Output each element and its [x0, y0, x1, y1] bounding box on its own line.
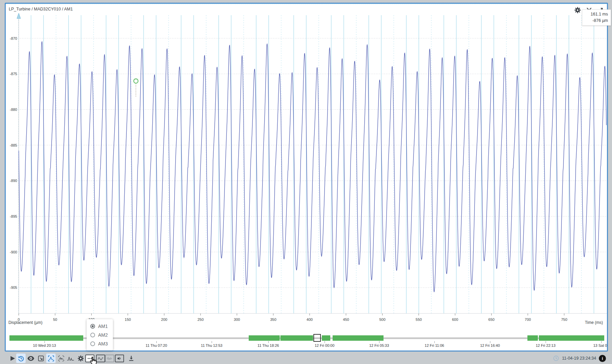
- application-screen: -870-875-880-885-890-895-900-90505010015…: [0, 0, 612, 364]
- x-tick-label: 150: [125, 317, 131, 322]
- gear-icon: [76, 354, 85, 363]
- x-tick-label: 700: [525, 317, 531, 322]
- channel-option-am2[interactable]: AM2: [90, 331, 113, 339]
- x-tick-label: 50: [53, 317, 57, 322]
- eye-icon: [26, 354, 35, 363]
- x-tick-label: 300: [234, 317, 240, 322]
- y-tick-label: -885: [10, 143, 17, 147]
- x-tick-label: 400: [307, 317, 313, 322]
- fit-view-button[interactable]: [36, 354, 45, 363]
- visibility-button[interactable]: [26, 354, 35, 363]
- fit-screen-icon: [36, 354, 45, 363]
- cursor-readout-tooltip: 161.1 ms -876 µm: [582, 9, 611, 26]
- waveform-span-button[interactable]: [56, 354, 66, 363]
- x-tick-label: 250: [197, 317, 204, 322]
- cursor-displacement-value: -876 µm: [585, 18, 608, 24]
- waveform-plot-window: -870-875-880-885-890-895-900-90505010015…: [5, 3, 608, 352]
- y-axis-arrow: [17, 13, 21, 19]
- cursor-time-value: 161.1 ms: [585, 11, 608, 18]
- x-tick-label: 500: [379, 317, 385, 322]
- status-bar: 11-04-19 23:24:34 i: [553, 353, 606, 363]
- y-tick-label: -875: [10, 72, 17, 76]
- download-button[interactable]: [126, 354, 136, 363]
- x-tick-label: 600: [452, 317, 458, 322]
- y-tick-label: -905: [10, 285, 17, 290]
- settings-button[interactable]: [76, 354, 85, 363]
- channel-option-label: AM1: [98, 324, 108, 329]
- y-tick-label: -900: [10, 250, 17, 254]
- x-tick-label: 650: [488, 317, 494, 322]
- timeline-selection-window[interactable]: [313, 334, 321, 342]
- play-button[interactable]: [7, 354, 17, 363]
- download-icon: [126, 354, 136, 363]
- y-axis-caption: Displacement (µm): [8, 320, 42, 325]
- radio-off-icon[interactable]: [90, 341, 95, 346]
- y-tick-label: -890: [10, 179, 17, 183]
- ellipsis-icon: [86, 355, 94, 362]
- channel-option-am3[interactable]: AM3: [90, 339, 113, 348]
- history-clock-icon: [16, 354, 26, 363]
- audio-button[interactable]: [115, 355, 124, 362]
- more-options-button[interactable]: [85, 355, 94, 362]
- channel-option-label: AM2: [98, 332, 108, 338]
- waveform-cursor-marker[interactable]: [134, 79, 138, 83]
- y-tick-label: -870: [10, 36, 17, 40]
- x-tick-label: 550: [416, 317, 422, 322]
- status-timestamp: 11-04-19 23:24:34: [562, 356, 596, 361]
- history-button[interactable]: [16, 354, 26, 363]
- channel-select-popup: AM1AM2AM3: [87, 319, 113, 351]
- x-tick-label: 450: [343, 317, 349, 322]
- x-tick-label: 200: [161, 317, 167, 322]
- info-icon[interactable]: i: [599, 355, 606, 362]
- speaker-icon: [116, 355, 123, 362]
- displacement-waveform: [19, 41, 607, 292]
- channel-option-am1[interactable]: AM1: [90, 322, 113, 331]
- y-tick-label: -880: [10, 108, 17, 112]
- radio-off-icon[interactable]: [90, 333, 95, 337]
- play-icon: [7, 354, 17, 363]
- x-tick-label: 350: [270, 317, 276, 322]
- peaks-icon: [66, 354, 75, 363]
- multi-trace-button[interactable]: [105, 355, 114, 362]
- x-tick-label: 750: [561, 317, 567, 322]
- x-axis-caption: Time (ms): [585, 320, 603, 325]
- clock-icon: [553, 355, 559, 362]
- waveform-brackets-icon: [46, 354, 56, 363]
- channel-option-label: AM3: [98, 341, 108, 346]
- spectrum-button[interactable]: [66, 354, 75, 363]
- waveform-select-button[interactable]: [46, 354, 56, 363]
- waveform-dashed-brackets-icon: [56, 354, 66, 363]
- waveform-plot[interactable]: -870-875-880-885-890-895-900-90505010015…: [6, 4, 607, 352]
- y-tick-label: -895: [10, 214, 17, 218]
- sine-wave-icon: [97, 355, 104, 362]
- multi-wave-icon: [106, 355, 114, 362]
- trend-button[interactable]: [96, 355, 105, 362]
- radio-on-icon[interactable]: [90, 324, 95, 329]
- bottom-toolbar: [0, 353, 612, 364]
